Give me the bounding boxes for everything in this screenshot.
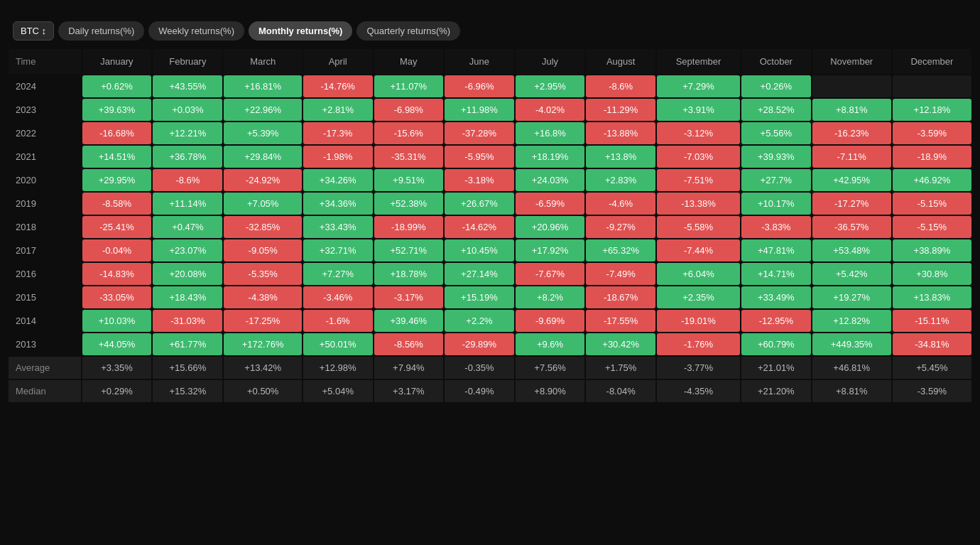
- year-cell: 2016: [9, 263, 81, 285]
- data-cell: -14.76%: [303, 75, 373, 97]
- year-cell: 2013: [9, 333, 81, 355]
- data-cell: -5.35%: [224, 263, 301, 285]
- footer-cell: +5.04%: [303, 380, 373, 402]
- data-cell: +14.51%: [82, 146, 152, 168]
- footer-cell: -8.04%: [586, 380, 655, 402]
- data-cell: -0.04%: [82, 239, 152, 261]
- footer-cell: +0.50%: [224, 380, 301, 402]
- year-cell: 2024: [9, 75, 81, 97]
- col-header-december: December: [893, 49, 971, 74]
- col-header-january: January: [82, 49, 152, 74]
- footer-cell: -3.77%: [657, 357, 740, 379]
- data-cell: -29.89%: [445, 333, 514, 355]
- footer-cell: +3.35%: [82, 357, 152, 379]
- data-cell: +43.55%: [153, 75, 222, 97]
- data-cell: +13.8%: [586, 146, 655, 168]
- data-cell: +11.98%: [445, 99, 514, 121]
- data-cell: +22.96%: [224, 99, 301, 121]
- footer-cell: +7.56%: [516, 357, 585, 379]
- data-cell: -8.6%: [153, 169, 222, 191]
- data-cell: +18.19%: [516, 146, 585, 168]
- data-cell: -3.18%: [445, 169, 514, 191]
- col-header-february: February: [153, 49, 222, 74]
- data-cell: -7.44%: [657, 239, 740, 261]
- data-cell: +60.79%: [741, 333, 811, 355]
- tab-weekly[interactable]: Weekly returns(%): [148, 21, 244, 41]
- data-cell: +61.77%: [153, 333, 222, 355]
- data-cell: +29.95%: [82, 169, 152, 191]
- col-header-july: July: [516, 49, 585, 74]
- table-row: 2024+0.62%+43.55%+16.81%-14.76%+11.07%-6…: [9, 75, 971, 97]
- data-cell: +16.8%: [516, 122, 585, 144]
- data-cell: -3.59%: [893, 122, 971, 144]
- data-cell: +39.46%: [374, 310, 444, 332]
- data-cell: -18.67%: [586, 286, 655, 308]
- data-cell: +172.76%: [224, 333, 301, 355]
- data-cell: [812, 75, 891, 97]
- footer-cell: +8.81%: [812, 380, 891, 402]
- data-cell: +27.7%: [741, 169, 811, 191]
- data-cell: -7.67%: [516, 263, 585, 285]
- data-cell: +65.32%: [586, 239, 655, 261]
- data-cell: +13.83%: [893, 286, 971, 308]
- data-cell: -35.31%: [374, 146, 444, 168]
- data-cell: +16.81%: [224, 75, 301, 97]
- data-cell: +10.03%: [82, 310, 152, 332]
- data-cell: +27.14%: [445, 263, 514, 285]
- data-cell: +5.56%: [741, 122, 811, 144]
- data-cell: +18.78%: [374, 263, 444, 285]
- tab-daily[interactable]: Daily returns(%): [58, 21, 144, 41]
- data-cell: -3.12%: [657, 122, 740, 144]
- data-cell: +20.96%: [516, 216, 585, 238]
- data-cell: +33.43%: [303, 216, 373, 238]
- data-cell: +12.18%: [893, 99, 971, 121]
- data-cell: -4.6%: [586, 193, 655, 215]
- data-cell: +11.07%: [374, 75, 444, 97]
- data-cell: +42.95%: [812, 169, 891, 191]
- table-row: 2015-33.05%+18.43%-4.38%-3.46%-3.17%+15.…: [9, 286, 971, 308]
- data-cell: +3.91%: [657, 99, 740, 121]
- col-header-june: June: [445, 49, 514, 74]
- footer-cell: +5.45%: [893, 357, 971, 379]
- data-cell: -25.41%: [82, 216, 152, 238]
- data-cell: +6.04%: [657, 263, 740, 285]
- tab-quarterly[interactable]: Quarterly returns(%): [356, 21, 460, 41]
- asset-selector[interactable]: BTC ↕: [13, 21, 54, 41]
- data-cell: -16.68%: [82, 122, 152, 144]
- data-cell: -17.27%: [812, 193, 891, 215]
- returns-table: TimeJanuaryFebruaryMarchAprilMayJuneJuly…: [7, 48, 973, 404]
- footer-cell: +0.29%: [82, 380, 152, 402]
- data-cell: -8.56%: [374, 333, 444, 355]
- data-cell: -11.29%: [586, 99, 655, 121]
- data-cell: -14.62%: [445, 216, 514, 238]
- table-row: 2016-14.83%+20.08%-5.35%+7.27%+18.78%+27…: [9, 263, 971, 285]
- data-cell: -18.9%: [893, 146, 971, 168]
- data-cell: -14.83%: [82, 263, 152, 285]
- tab-monthly[interactable]: Monthly returns(%): [249, 21, 352, 41]
- data-cell: +52.38%: [374, 193, 444, 215]
- footer-row: Median+0.29%+15.32%+0.50%+5.04%+3.17%-0.…: [9, 380, 971, 402]
- data-cell: -4.38%: [224, 286, 301, 308]
- data-cell: +20.08%: [153, 263, 222, 285]
- data-cell: -34.81%: [893, 333, 971, 355]
- data-cell: -9.27%: [586, 216, 655, 238]
- col-header-april: April: [303, 49, 373, 74]
- data-cell: +0.62%: [82, 75, 152, 97]
- footer-cell: +13.42%: [224, 357, 301, 379]
- data-cell: -31.03%: [153, 310, 222, 332]
- data-cell: +30.8%: [893, 263, 971, 285]
- data-cell: +9.51%: [374, 169, 444, 191]
- data-cell: +8.2%: [516, 286, 585, 308]
- table-row: 2019-8.58%+11.14%+7.05%+34.36%+52.38%+26…: [9, 193, 971, 215]
- data-cell: +53.48%: [812, 239, 891, 261]
- data-cell: -1.98%: [303, 146, 373, 168]
- data-cell: -32.85%: [224, 216, 301, 238]
- data-cell: +34.26%: [303, 169, 373, 191]
- data-cell: +12.21%: [153, 122, 222, 144]
- data-cell: +18.43%: [153, 286, 222, 308]
- data-cell: +5.39%: [224, 122, 301, 144]
- footer-cell: -3.59%: [893, 380, 971, 402]
- data-cell: -17.25%: [224, 310, 301, 332]
- col-header-october: October: [741, 49, 811, 74]
- data-cell: +2.95%: [516, 75, 585, 97]
